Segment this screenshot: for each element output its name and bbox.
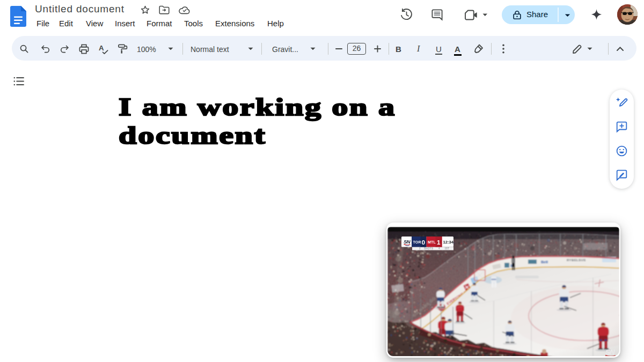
- svg-text:A: A: [99, 44, 104, 52]
